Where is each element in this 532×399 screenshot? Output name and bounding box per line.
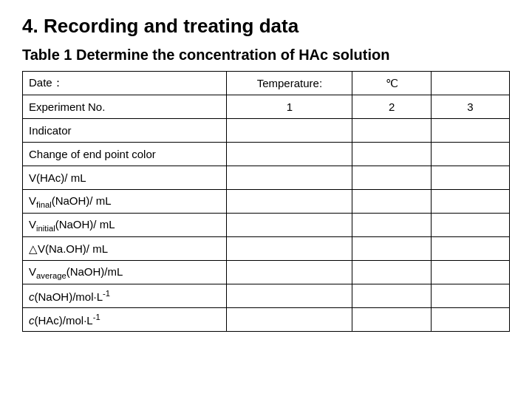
table-row: △V(Na.OH)/ mL — [23, 237, 510, 261]
row-endpoint-color: Change of end point color — [23, 143, 227, 166]
row-vaverage: Vaverage(NaOH)/mL — [23, 261, 227, 284]
row-indicator: Indicator — [23, 119, 227, 143]
row-vfinal: Vfinal(NaOH)/ mL — [23, 190, 227, 214]
col-num2-header: 2 — [352, 95, 431, 119]
table-row: c(NaOH)/mol·L-1 — [23, 284, 510, 308]
table-row: c(HAc)/mol·L-1 — [23, 308, 510, 332]
experiment-no-label: Experiment No. — [23, 95, 227, 119]
table-row: V(HAc)/ mL — [23, 166, 510, 190]
page-title: 4. Recording and treating data — [22, 15, 510, 38]
row-delta-v: △V(Na.OH)/ mL — [23, 237, 227, 261]
date-label: Date： — [23, 72, 227, 95]
data-table: Date： Temperature: ℃ Experiment No. 1 2 … — [22, 71, 510, 332]
table-row: Vaverage(NaOH)/mL — [23, 261, 510, 284]
table-row: Vinitial(NaOH)/ mL — [23, 214, 510, 237]
table-row: Change of end point color — [23, 143, 510, 166]
row-vinitial: Vinitial(NaOH)/ mL — [23, 214, 227, 237]
row-chac: c(HAc)/mol·L-1 — [23, 308, 227, 332]
table-row: Indicator — [23, 119, 510, 143]
section-title: Table 1 Determine the concentration of H… — [22, 47, 510, 64]
row-cnaoh: c(NaOH)/mol·L-1 — [23, 284, 227, 308]
col-num3-header: 3 — [431, 95, 509, 119]
table-row: Vfinal(NaOH)/ mL — [23, 190, 510, 214]
table-header-row2: Experiment No. 1 2 3 — [23, 95, 510, 119]
col-num1-header: 1 — [227, 95, 352, 119]
celsius-symbol: ℃ — [352, 72, 431, 95]
temperature-label: Temperature: — [227, 72, 352, 95]
col3-empty — [431, 72, 509, 95]
row-vhac: V(HAc)/ mL — [23, 166, 227, 190]
table-header-row1: Date： Temperature: ℃ — [23, 72, 510, 95]
